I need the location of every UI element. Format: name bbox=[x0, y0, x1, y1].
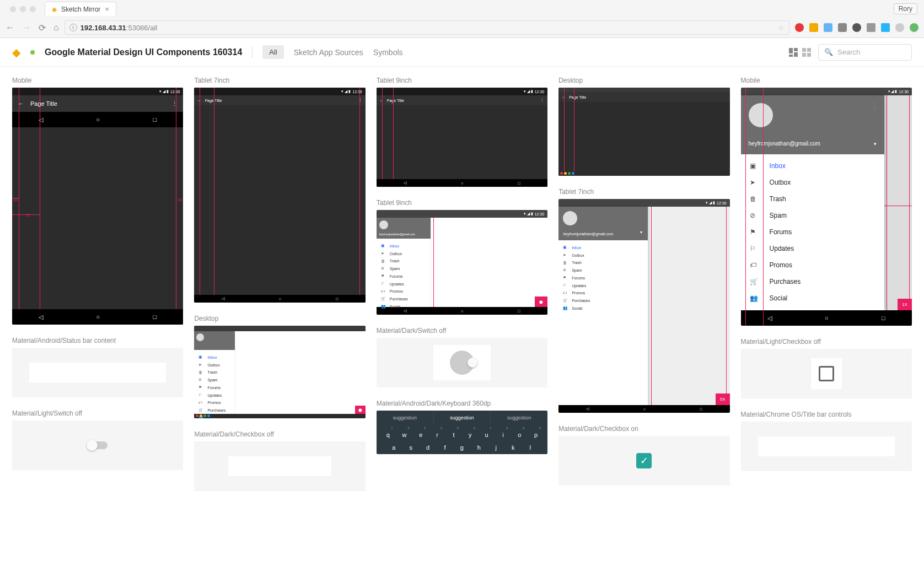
window-traffic-lights[interactable] bbox=[4, 6, 41, 12]
extension-icons bbox=[795, 23, 918, 32]
forum-icon: ⚑ bbox=[750, 228, 759, 236]
artboard[interactable]: Mobile ▾ ◢ ▮ 12:30 heyfromjonathan@gmail… bbox=[741, 77, 912, 326]
drawer-item: ⚐Updates bbox=[558, 282, 647, 289]
artboard[interactable]: Tablet 7inch ▾ ◢ ▮ 12:30 ← Page Title ⋮ … bbox=[194, 77, 365, 303]
avatar bbox=[749, 103, 773, 127]
ext-icon[interactable] bbox=[795, 23, 804, 32]
drawer-item: 🛒Purchases bbox=[194, 406, 234, 414]
drawer-item-label: Trash bbox=[572, 261, 582, 265]
drawer-item: ⊘Spam bbox=[194, 376, 234, 384]
account-email: heyfromjonathan@gmail.com bbox=[749, 141, 877, 147]
component-preview bbox=[12, 421, 183, 470]
tag-icon: 🏷 bbox=[750, 261, 759, 269]
svg-rect-0 bbox=[789, 48, 793, 53]
drawer-item-label: Promos bbox=[572, 291, 585, 295]
ext-icon[interactable] bbox=[852, 23, 861, 32]
keyboard-key: 7u bbox=[482, 432, 492, 438]
close-tab-icon[interactable]: × bbox=[105, 5, 109, 13]
keyboard-suggestion: suggestion bbox=[377, 411, 433, 425]
bookmark-star-icon[interactable]: ☆ bbox=[778, 24, 785, 32]
url-input[interactable]: i 192.168.43.31:53086/all ☆ bbox=[65, 20, 789, 35]
artboard[interactable]: Tablet 7inch ▾ ◢ ▮ 12:30 heyfromjonathan… bbox=[558, 188, 729, 413]
people-icon: 👥 bbox=[381, 304, 385, 309]
nav-sources-link[interactable]: Sketch App Sources bbox=[294, 48, 363, 57]
artboard[interactable]: Material/Light/Checkbox off bbox=[741, 338, 912, 398]
browser-tab[interactable]: ◆ Sketch Mirror × bbox=[45, 2, 116, 16]
ext-icon[interactable] bbox=[910, 23, 918, 32]
ext-icon[interactable] bbox=[895, 23, 904, 32]
drawer-item-label: Updates bbox=[770, 245, 794, 252]
filter-all-button[interactable]: All bbox=[262, 45, 283, 59]
ext-icon[interactable] bbox=[809, 23, 818, 32]
svg-rect-6 bbox=[802, 53, 806, 57]
nav-recent-icon: □ bbox=[153, 116, 157, 123]
artboard[interactable]: Material/Dark/Checkbox off bbox=[194, 430, 365, 491]
checkbox-on-icon: ✓ bbox=[636, 453, 652, 468]
spam-icon: ⊘ bbox=[381, 266, 385, 271]
drawer-item: ⊘Spam bbox=[377, 265, 431, 272]
artboard[interactable]: Material/Android/Status bar content bbox=[12, 337, 183, 397]
ext-icon[interactable] bbox=[824, 23, 832, 32]
document-title: Google Material Design UI Components 160… bbox=[45, 47, 242, 57]
artboard[interactable]: Mobile ▾ ◢ ▮ 12:30 ← Page Title ⋮ 16 16 … bbox=[12, 77, 183, 325]
ext-icon[interactable] bbox=[881, 23, 890, 32]
keyboard-suggestion: suggestion bbox=[433, 411, 491, 425]
url-host: 192.168.43.31 bbox=[80, 24, 126, 32]
drawer-item-label: Social bbox=[770, 294, 788, 302]
artboard[interactable]: Material/Dark/Switch off bbox=[377, 327, 547, 387]
browser-tab-bar: ◆ Sketch Mirror × Rory bbox=[0, 0, 924, 18]
status-bar: ▾ ◢ ▮ 12:30 bbox=[12, 88, 183, 95]
drawer-item-label: Spam bbox=[390, 267, 400, 271]
people-icon: 👥 bbox=[563, 306, 567, 310]
drawer-item: 🏷Promos bbox=[558, 289, 647, 297]
svg-rect-5 bbox=[807, 48, 811, 52]
connection-status-icon bbox=[30, 50, 35, 55]
view-masonry-icon[interactable] bbox=[788, 47, 798, 57]
search-input[interactable]: 🔍 Search bbox=[818, 44, 912, 61]
nav-reload-icon[interactable]: ⟳ bbox=[39, 23, 46, 33]
artboard[interactable]: Tablet 9inch ▾ ◢ ▮ 12:30 ←Page Title⋮ ◁○… bbox=[377, 77, 547, 187]
nav-back-icon: ◁ bbox=[767, 315, 772, 322]
fab-badge: 1X bbox=[898, 299, 912, 310]
drawer-item-label: Purchases bbox=[770, 278, 801, 285]
artboard[interactable]: Desktop ←Page Title bbox=[558, 77, 729, 176]
app-bar: ← Page Title ⋮ bbox=[12, 95, 183, 112]
artboard-label: Mobile bbox=[12, 77, 183, 84]
drawer-item-label: Social bbox=[572, 306, 582, 310]
artboard[interactable]: Material/Chrome OS/Title bar controls bbox=[741, 411, 912, 471]
artboard[interactable]: Material/Light/Switch off bbox=[12, 409, 183, 470]
nav-symbols-link[interactable]: Symbols bbox=[373, 48, 403, 57]
profile-badge[interactable]: Rory bbox=[894, 3, 917, 14]
drawer-item-label: Updates bbox=[572, 284, 586, 288]
drawer-item-label: Inbox bbox=[770, 162, 786, 170]
forum-icon: ⚑ bbox=[381, 274, 385, 278]
tag-icon: 🏷 bbox=[381, 289, 385, 293]
nav-back-icon[interactable]: ← bbox=[6, 23, 14, 33]
site-info-icon[interactable]: i bbox=[69, 24, 77, 31]
drawer-item: 🛒Purchases bbox=[558, 297, 647, 304]
drawer-item-label: Trash bbox=[770, 195, 786, 203]
component-preview bbox=[12, 348, 183, 397]
artboard[interactable]: Material/Dark/Checkbox on ✓ bbox=[558, 425, 729, 486]
drawer-item-label: Promos bbox=[770, 261, 792, 269]
artboard[interactable]: Desktop ▣Inbox➤Outbox🗑Trash⊘Spam⚑Forums⚐… bbox=[194, 315, 365, 418]
drawer-item-label: Spam bbox=[207, 378, 217, 382]
artboard[interactable]: Tablet 9inch ▾ ◢ ▮ 12:30 heyfromjonathan… bbox=[377, 199, 547, 315]
forum-icon: ⚑ bbox=[563, 276, 567, 280]
switch-off-icon bbox=[450, 351, 474, 375]
keyboard-key: 0p bbox=[531, 432, 541, 438]
drawer-item-label: Outbox bbox=[390, 252, 402, 256]
nav-home-icon[interactable]: ⌂ bbox=[53, 23, 59, 33]
forum-icon: ⚑ bbox=[198, 385, 203, 390]
trash-icon: 🗑 bbox=[198, 370, 203, 374]
drawer-item-label: Inbox bbox=[390, 244, 399, 248]
nav-forward-icon[interactable]: → bbox=[22, 23, 31, 33]
keyboard-preview: suggestionsuggestionsuggestion 1q2w3e4r5… bbox=[377, 411, 547, 454]
drawer-item-label: Promos bbox=[207, 401, 221, 405]
ext-icon[interactable] bbox=[867, 23, 875, 32]
ext-icon[interactable] bbox=[838, 23, 847, 32]
overflow-icon: ⋮ bbox=[870, 101, 879, 111]
view-grid-icon[interactable] bbox=[802, 47, 812, 57]
send-icon: ➤ bbox=[198, 363, 203, 367]
artboard[interactable]: Material/Android/Dark/Keyboard 360dp sug… bbox=[377, 400, 547, 454]
